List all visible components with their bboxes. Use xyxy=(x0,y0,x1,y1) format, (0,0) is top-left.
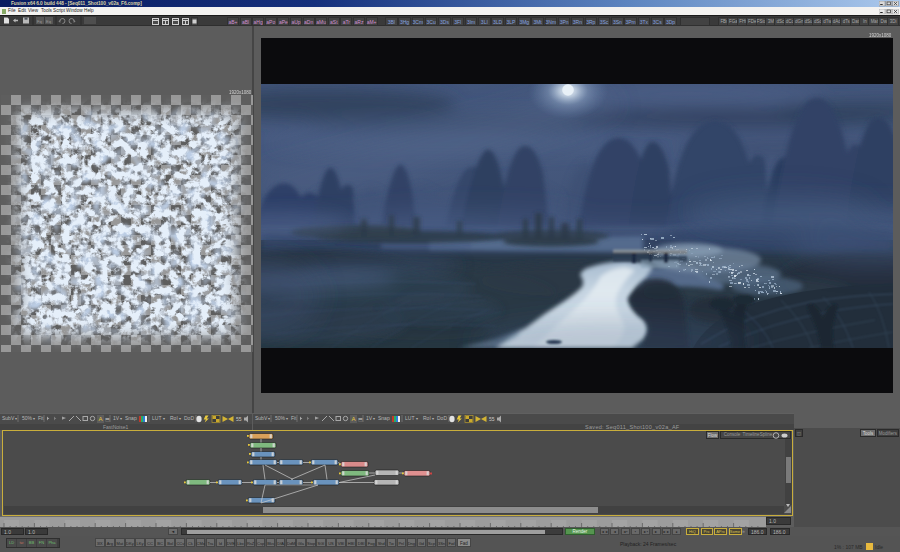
svg-text:Snap: Snap xyxy=(125,415,137,421)
svg-text:▾: ▾ xyxy=(163,416,165,421)
svg-text:▾: ▾ xyxy=(416,416,418,421)
svg-text:⬒: ⬒ xyxy=(358,416,363,422)
svg-text:DoD: DoD xyxy=(437,415,447,421)
svg-text:55: 55 xyxy=(236,416,242,422)
svg-text:▾: ▾ xyxy=(179,416,181,421)
svg-text:1V: 1V xyxy=(113,415,120,421)
svg-text:DoD: DoD xyxy=(184,415,194,421)
svg-text:Eq: Eq xyxy=(46,19,51,24)
svg-text:A: A xyxy=(99,416,103,422)
svg-text:LUT: LUT xyxy=(405,415,414,421)
svg-text:▾: ▾ xyxy=(120,416,122,421)
svg-text:50%: 50% xyxy=(275,415,286,421)
svg-text:▾: ▾ xyxy=(432,416,434,421)
svg-text:A: A xyxy=(352,416,356,422)
svg-text:1V: 1V xyxy=(366,415,373,421)
svg-text:LUT: LUT xyxy=(152,415,161,421)
svg-text:RoI: RoI xyxy=(170,415,178,421)
svg-text:SubV: SubV xyxy=(255,415,268,421)
svg-text:▾: ▾ xyxy=(373,416,375,421)
svg-text:Fit: Fit xyxy=(291,415,297,421)
svg-text:55: 55 xyxy=(489,416,495,422)
svg-text:⬒: ⬒ xyxy=(105,416,110,422)
svg-text:SubV: SubV xyxy=(2,415,15,421)
svg-text:▾: ▾ xyxy=(15,416,17,421)
svg-text:Snap: Snap xyxy=(378,415,390,421)
svg-text:Fit: Fit xyxy=(38,415,44,421)
svg-text:▾: ▾ xyxy=(33,416,35,421)
svg-text:Fq: Fq xyxy=(37,19,42,24)
svg-text:50%: 50% xyxy=(22,415,33,421)
svg-text:▾: ▾ xyxy=(268,416,270,421)
svg-text:RoI: RoI xyxy=(423,415,431,421)
svg-text:▾: ▾ xyxy=(286,416,288,421)
